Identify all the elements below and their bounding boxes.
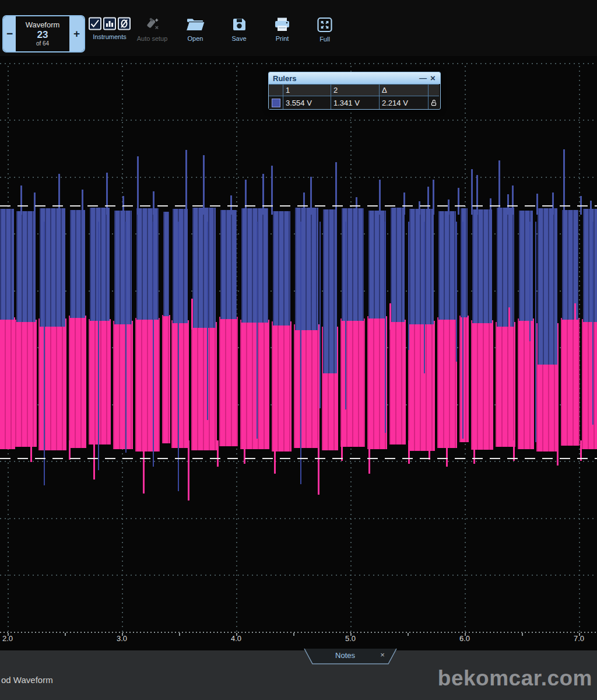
- pink-spike-down: [143, 440, 145, 494]
- full-label: Full: [319, 36, 330, 43]
- open-button[interactable]: Open: [185, 17, 205, 42]
- blue-spike-down: [98, 222, 99, 470]
- blue-spike-up: [82, 190, 83, 215]
- pink-trace-bar: [135, 318, 160, 452]
- next-waveform-button[interactable]: +: [69, 16, 84, 51]
- pink-trace-bar: [294, 324, 319, 448]
- lock-cell[interactable]: [429, 96, 439, 109]
- minimize-button[interactable]: —: [418, 72, 428, 84]
- x-axis-tick: [293, 633, 294, 636]
- pink-trace-bar: [408, 321, 435, 451]
- x-tick-label: 7.0: [566, 634, 592, 643]
- blue-spike-down: [592, 222, 594, 425]
- pink-trace-bar: [389, 320, 406, 444]
- h-grid-line: [0, 177, 597, 178]
- open-lock-icon: [431, 99, 437, 107]
- blue-spike-up: [262, 174, 264, 215]
- toolbar: − Waveform 23 of 64 + Instruments: [0, 0, 597, 56]
- ruler-line-2[interactable]: [0, 458, 597, 459]
- blue-trace-bar: [583, 209, 597, 322]
- rulers-table: 1 2 Δ 3.554 V 1.341 V 2.214 V: [269, 84, 440, 109]
- blue-spike-down: [456, 222, 457, 362]
- tab-notes[interactable]: Notes: [322, 651, 368, 660]
- blue-spike-up: [448, 200, 449, 215]
- blue-spike-up: [590, 201, 592, 215]
- blue-trace-bar: [538, 208, 557, 365]
- pink-trace-bar: [437, 317, 457, 448]
- pink-trace-bar: [38, 318, 66, 450]
- blue-spike-down: [462, 222, 463, 439]
- pink-spike-down: [368, 440, 370, 474]
- blue-trace-bar: [192, 208, 216, 328]
- instruments-icon: [89, 17, 131, 30]
- h-grid-line: [0, 518, 597, 519]
- blue-spike-up: [271, 166, 273, 215]
- x-tick-label: 3.0: [109, 634, 135, 643]
- blue-spike-down: [207, 222, 208, 420]
- pink-trace-bar: [15, 320, 37, 447]
- open-label: Open: [188, 35, 203, 42]
- full-view-button[interactable]: Full: [317, 17, 333, 43]
- pink-spike-down: [274, 440, 276, 474]
- pink-trace-bar: [162, 315, 170, 443]
- pink-trace-bar: [272, 321, 292, 452]
- app-window: 2.03.04.05.06.07.0 − Waveform 23 of 64 +…: [0, 0, 597, 700]
- status-text: od Waveform: [1, 675, 53, 685]
- auto-setup-button[interactable]: Auto setup: [137, 17, 168, 42]
- blue-spike-up: [552, 192, 554, 215]
- rulers-col-2: 2: [331, 84, 380, 96]
- blue-spike-up: [490, 198, 491, 215]
- blue-spike-up: [20, 186, 22, 215]
- blue-spike-up: [458, 188, 459, 215]
- blue-trace-bar: [472, 209, 492, 323]
- pink-spike-down: [93, 440, 95, 480]
- open-folder-icon: [185, 17, 205, 32]
- blue-spike-up: [471, 169, 473, 215]
- pink-trace-bar: [496, 322, 515, 447]
- instruments-button[interactable]: Instruments: [89, 17, 131, 40]
- rulers-panel-title: Rulers: [273, 74, 418, 83]
- h-grid-line: [0, 63, 597, 64]
- pink-spike-down: [446, 440, 448, 467]
- pink-spike-down: [473, 440, 475, 464]
- blue-spike-up: [476, 175, 478, 215]
- pink-trace-bar: [518, 318, 534, 449]
- pink-trace-bar: [340, 318, 365, 447]
- fullscreen-icon: [317, 17, 333, 33]
- prev-waveform-button[interactable]: −: [3, 16, 16, 51]
- blue-trace-bar: [519, 211, 533, 321]
- printer-icon: [274, 17, 290, 32]
- instruments-label: Instruments: [93, 33, 126, 40]
- rulers-col-swatch: [269, 84, 283, 96]
- print-button[interactable]: Print: [274, 17, 290, 42]
- pink-trace-bar: [561, 318, 580, 446]
- notes-tab-close-icon[interactable]: ×: [378, 650, 387, 659]
- x-axis-tick: [408, 633, 409, 636]
- blue-spike-down: [44, 222, 45, 485]
- pink-trace-bar: [459, 316, 469, 442]
- pink-spike-down: [408, 440, 410, 464]
- pink-trace-bar: [113, 321, 133, 449]
- blue-spike-up: [245, 180, 247, 215]
- blue-spike-down: [300, 222, 301, 484]
- x-axis-tick: [65, 633, 66, 636]
- ruler-line-1[interactable]: [0, 205, 597, 206]
- h-grid-line: [0, 120, 597, 121]
- close-button[interactable]: ×: [428, 72, 438, 84]
- watermark: bekomcar.com: [420, 666, 592, 691]
- x-tick-label: 5.0: [338, 634, 363, 643]
- pink-trace-bar: [471, 320, 493, 450]
- x-tick-label: 2.0: [0, 634, 20, 643]
- rulers-panel-titlebar[interactable]: Rulers — ×: [269, 72, 440, 84]
- rulers-panel: Rulers — × 1 2 Δ 3.554 V 1.341 V 2.214 V: [268, 72, 441, 110]
- pink-spike-down: [69, 440, 71, 460]
- pink-trace-bar: [219, 317, 238, 446]
- x-tick-label: 6.0: [452, 634, 477, 643]
- pink-trace-bar: [240, 320, 269, 449]
- waveform-counter: Waveform 23 of 64: [16, 16, 69, 51]
- blue-spike-up: [419, 201, 420, 215]
- h-grid-line: [0, 575, 597, 576]
- blue-spike-down: [535, 222, 536, 442]
- blue-trace-bar: [90, 208, 110, 321]
- save-button[interactable]: Save: [231, 17, 247, 42]
